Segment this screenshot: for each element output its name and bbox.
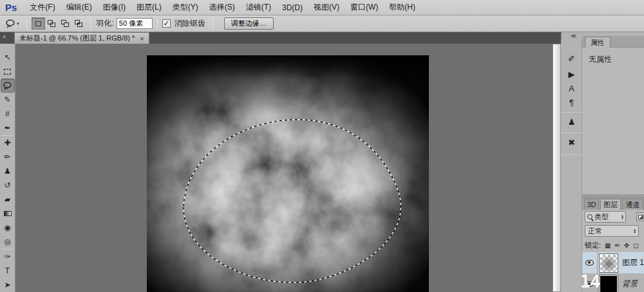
menu-filter[interactable]: 滤镜(T)	[246, 2, 271, 13]
menu-select[interactable]: 选择(S)	[209, 2, 235, 13]
photoshop-logo: Ps	[5, 2, 17, 13]
blend-mode-value: 正常	[588, 226, 602, 236]
gradient-icon	[4, 211, 12, 216]
menu-window[interactable]: 窗口(W)	[350, 2, 378, 13]
blend-mode-row: 正常 ▴▾	[582, 224, 644, 239]
actions-panel-icon[interactable]: ▶	[561, 68, 582, 81]
antialias-checkbox[interactable]: ✓	[162, 19, 171, 28]
lock-image-icon[interactable]: ✏	[615, 242, 620, 249]
strip-divider	[561, 154, 582, 155]
eraser-tool[interactable]: ▰	[1, 192, 15, 206]
toolbar-collapse-icon[interactable]: »	[3, 33, 6, 40]
subtract-selection-icon	[61, 20, 69, 27]
document-canvas[interactable]	[147, 55, 429, 292]
intersect-selection-icon	[75, 20, 82, 27]
new-selection-mode-button[interactable]	[32, 17, 45, 30]
add-selection-icon	[48, 20, 55, 27]
properties-tab-bar: 属性	[582, 36, 644, 48]
brush-tool[interactable]: ✏	[1, 150, 15, 164]
tab-3d[interactable]: 3D	[584, 199, 599, 210]
crop-tool[interactable]: #	[1, 107, 15, 121]
lock-transparency-icon[interactable]: ▦	[605, 242, 611, 249]
eyedropper-tool[interactable]: ✒	[1, 121, 15, 135]
lock-label: 锁定:	[585, 241, 601, 250]
paragraph-panel-icon[interactable]: ¶	[561, 96, 582, 109]
tool-presets-panel-icon[interactable]: ✖	[561, 136, 582, 149]
feather-label: 羽化:	[97, 18, 114, 29]
dock-collapse-icon[interactable]: ≪	[571, 33, 576, 39]
search-icon	[587, 214, 592, 219]
menu-view[interactable]: 视图(V)	[314, 2, 339, 13]
clone-source-panel-icon[interactable]: ♟	[561, 116, 582, 129]
lock-position-icon[interactable]: ✜	[624, 242, 629, 249]
lasso-tool[interactable]	[1, 78, 15, 93]
marquee-icon	[4, 69, 11, 75]
menu-type[interactable]: 类型(Y)	[173, 2, 198, 13]
quick-selection-tool[interactable]: ✎	[1, 93, 15, 107]
pixel-layer-icon	[638, 215, 643, 219]
filter-kind-dropdown[interactable]: 类型 ▴▾	[585, 211, 626, 223]
blend-mode-dropdown[interactable]: 正常 ▴▾	[585, 225, 639, 237]
antialias-label: 消除锯齿	[175, 18, 205, 29]
intersect-selection-mode-button[interactable]	[72, 17, 86, 30]
menu-help[interactable]: 帮助(H)	[389, 2, 415, 13]
lasso-icon	[3, 81, 12, 91]
options-separator	[90, 18, 91, 30]
tab-channels[interactable]: 通道	[622, 199, 643, 210]
layer1-thumbnail[interactable]	[600, 255, 617, 271]
lock-all-icon[interactable]: ◻	[633, 242, 638, 249]
close-tab-icon[interactable]: ×	[140, 35, 144, 42]
blur-tool[interactable]: ◉	[1, 221, 15, 235]
menu-edit[interactable]: 编辑(E)	[66, 2, 92, 13]
new-selection-icon	[35, 21, 41, 26]
photoshop-window: Ps 文件(F) 编辑(E) 图像(I) 图层(L) 类型(Y) 选择(S) 滤…	[0, 0, 644, 292]
filter-pixel-layers-button[interactable]	[636, 212, 644, 221]
tab-layers[interactable]: 图层	[600, 199, 621, 210]
strip-divider	[561, 132, 582, 133]
healing-brush-tool[interactable]: ✚	[1, 136, 15, 150]
options-separator	[213, 18, 213, 30]
history-brush-tool[interactable]: ↺	[1, 178, 15, 192]
document-tab-strip: » 未标题-1 @ 66.7% (图层 1, RGB/8) * ×	[0, 32, 562, 44]
menu-layer[interactable]: 图层(L)	[137, 2, 162, 13]
character-panel-icon[interactable]: A	[561, 82, 582, 95]
options-separator	[157, 18, 158, 30]
visibility-cell[interactable]	[582, 252, 598, 273]
document-tab[interactable]: 未标题-1 @ 66.7% (图层 1, RGB/8) * ×	[14, 32, 149, 44]
strip-divider	[561, 112, 582, 113]
dodge-tool[interactable]: ◎	[1, 235, 15, 249]
updown-arrows-icon: ▴▾	[634, 228, 636, 233]
rectangular-marquee-tool[interactable]	[1, 64, 15, 78]
tool-preset-dropdown-arrow[interactable]: ▾	[17, 21, 19, 26]
updown-arrows-icon: ▴▾	[621, 214, 623, 219]
lock-row: 锁定: ▦ ✏ ✜ ◻	[582, 239, 644, 252]
options-separator	[26, 18, 27, 30]
path-selection-tool[interactable]: ➤	[1, 278, 15, 292]
type-tool[interactable]: T	[1, 264, 15, 278]
pen-tool[interactable]: ✑	[1, 250, 15, 264]
brush-presets-panel-icon[interactable]: ✐	[561, 53, 582, 66]
clone-stamp-tool[interactable]: ♟	[1, 164, 15, 178]
move-tool[interactable]: ↖	[1, 50, 15, 64]
tab-properties[interactable]: 属性	[585, 37, 611, 48]
subtract-from-selection-mode-button[interactable]	[59, 17, 72, 30]
feather-input[interactable]	[117, 18, 153, 29]
current-tool-preset[interactable]: ▾	[5, 19, 19, 29]
document-tab-title: 未标题-1 @ 66.7% (图层 1, RGB/8) *	[19, 33, 135, 43]
layer-filter-row: 类型 ▴▾	[582, 210, 644, 224]
menu-3d[interactable]: 3D(D)	[282, 3, 303, 12]
gradient-tool[interactable]	[1, 206, 15, 221]
vertical-scrollbar[interactable]	[553, 44, 561, 292]
background-name[interactable]: 背景	[622, 278, 638, 289]
layer1-name[interactable]: 图层 1	[622, 257, 644, 268]
layers-tab-bar: 3D 图层 通道	[582, 198, 644, 210]
properties-panel: 无属性	[582, 48, 644, 194]
layer-row-layer1[interactable]: 图层 1	[582, 252, 644, 273]
menu-bar: Ps 文件(F) 编辑(E) 图像(I) 图层(L) 类型(Y) 选择(S) 滤…	[0, 0, 644, 15]
add-to-selection-mode-button[interactable]	[45, 17, 59, 30]
menu-file[interactable]: 文件(F)	[30, 2, 55, 13]
lasso-icon	[5, 19, 15, 29]
eye-icon	[585, 260, 594, 266]
refine-edge-button[interactable]: 调整边缘…	[224, 17, 274, 30]
menu-image[interactable]: 图像(I)	[103, 2, 126, 13]
